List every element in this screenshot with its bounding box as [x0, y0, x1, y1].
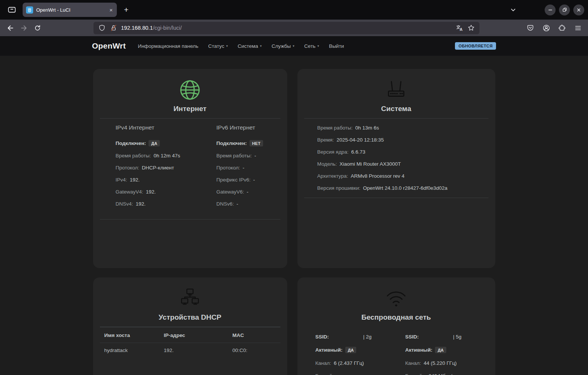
site-header: OpenWrt Информационная панельСтатус▾Сист… — [0, 36, 588, 56]
info-row: Битрейт:243 Мбит/с — [405, 373, 488, 375]
info-row: Канал:6 (2.437 ГГц) — [315, 360, 397, 366]
nav-item-label: Информационная панель — [138, 43, 199, 49]
tracking-protection-shield-icon[interactable] — [98, 24, 106, 32]
info-value: 6.6.73 — [351, 149, 366, 155]
nav-item-dashboard[interactable]: Информационная панель — [138, 43, 199, 49]
url-bar[interactable]: 192.168.80.1/cgi-bin/luci/ A — [93, 22, 479, 34]
close-icon — [576, 8, 581, 12]
polling-status-badge: ОБНОВЛЯЕТСЯ — [455, 42, 496, 50]
globe-icon — [100, 78, 280, 102]
card-title-wireless: Беспроводная сеть — [304, 313, 488, 322]
info-row: SSID:| 2g — [315, 334, 397, 340]
info-row: Модель:Xiaomi Mi Router AX3000T — [317, 161, 488, 167]
nav-item-label: Выйти — [329, 43, 344, 49]
nav-item-network[interactable]: Сеть▾ — [304, 43, 319, 49]
dashboard-cards: Интернет IPv4 ИнтернетПодключен:ДАВремя … — [93, 69, 495, 375]
info-label: Префикс IPv6: — [216, 177, 251, 183]
status-badge: ДА — [435, 347, 446, 353]
internet-column-ipv6: IPv6 ИнтернетПодключен:НЕТВремя работы:-… — [190, 119, 280, 213]
info-row: Активный:ДА — [315, 347, 397, 353]
back-button[interactable] — [5, 22, 16, 34]
info-row: GatewayV4:192. — [116, 189, 190, 195]
info-row: Подключен:ДА — [116, 140, 190, 146]
info-row: Подключен:НЕТ — [216, 140, 280, 146]
network-devices-icon — [100, 286, 280, 311]
info-label: SSID: — [315, 334, 329, 340]
nav-item-logout[interactable]: Выйти — [329, 43, 344, 49]
wifi-icon — [304, 286, 488, 311]
table-cell: hydrattack — [100, 343, 159, 358]
luci-page: OpenWrt Информационная панельСтатус▾Сист… — [0, 36, 588, 375]
info-label: Архитектура: — [317, 173, 348, 179]
nav-item-label: Службы — [271, 43, 291, 49]
info-value: ARMv8 Processor rev 4 — [351, 173, 404, 179]
close-button[interactable] — [573, 5, 584, 15]
info-value: DHCP-клиент — [142, 165, 174, 171]
info-label: Канал: — [405, 360, 421, 366]
sidebar-toggle-button[interactable] — [5, 3, 18, 16]
card-internet: Интернет IPv4 ИнтернетПодключен:ДАВремя … — [93, 69, 287, 268]
info-value: - — [254, 153, 256, 159]
nav-item-services[interactable]: Службы▾ — [271, 43, 294, 49]
status-badge: ДА — [149, 140, 160, 146]
new-tab-button[interactable]: + — [120, 3, 133, 16]
info-row: Время работы:- — [216, 153, 280, 159]
info-value: OpenWrt 24.10.0 r28427-6df0e3d02a — [363, 185, 447, 191]
card-title-internet: Интернет — [100, 105, 280, 113]
forward-button[interactable] — [18, 22, 29, 34]
info-label: Время работы: — [116, 153, 151, 159]
nav-item-label: Система — [237, 43, 258, 49]
info-label: SSID: — [405, 334, 419, 340]
openwrt-favicon-icon — [26, 6, 33, 14]
minimize-button[interactable] — [545, 5, 556, 15]
sidebar-toggle-icon — [8, 6, 16, 13]
bookmark-star-icon[interactable] — [467, 24, 475, 32]
browser-toolbar: 192.168.80.1/cgi-bin/luci/ A — [0, 20, 588, 36]
info-row: DNSv6:- — [216, 201, 280, 207]
extensions-button[interactable] — [556, 22, 568, 34]
url-text: 192.168.80.1/cgi-bin/luci/ — [121, 25, 182, 31]
chevron-down-icon: ▾ — [260, 44, 262, 48]
info-row: IPv4:192. — [116, 177, 190, 183]
info-label: DNSv6: — [216, 201, 234, 207]
table-row: hydrattack192.00:C0: — [100, 343, 280, 358]
info-label: Канал: — [315, 360, 331, 366]
account-button[interactable] — [541, 22, 552, 34]
tab-close-icon[interactable]: × — [109, 7, 113, 13]
list-all-tabs-button[interactable] — [507, 3, 519, 16]
nav-item-system[interactable]: Система▾ — [237, 43, 262, 49]
info-row: SSID:| 5g — [405, 334, 488, 340]
browser-window: OpenWrt - LuCI × + — [0, 0, 588, 375]
info-label: Модель: — [317, 161, 337, 167]
pocket-save-button[interactable] — [525, 22, 536, 34]
info-label: DNSv4: — [116, 201, 133, 207]
dhcp-column-header: IP-адрес — [159, 327, 228, 343]
dhcp-table: Имя хостаIP-адресMAC hydrattack192.00:C0… — [100, 327, 280, 357]
info-value: 0h 12m 47s — [153, 153, 180, 159]
nav-item-status[interactable]: Статус▾ — [208, 43, 228, 49]
menu-button[interactable] — [572, 22, 583, 34]
reload-button[interactable] — [32, 22, 43, 34]
info-label: Время: — [317, 137, 334, 143]
router-icon — [304, 78, 488, 102]
restore-button[interactable] — [559, 5, 570, 15]
info-value: Xiaomi Mi Router AX3000T — [340, 161, 401, 167]
info-label: GatewayV6: — [216, 189, 244, 195]
info-value: 192. — [136, 201, 145, 207]
dhcp-column-header: MAC — [228, 327, 280, 343]
extensions-puzzle-icon — [559, 24, 565, 31]
url-host: 192.168.80.1 — [121, 25, 153, 31]
reload-icon — [34, 25, 41, 31]
openwrt-logo[interactable]: OpenWrt — [92, 41, 126, 50]
main-nav: Информационная панельСтатус▾Система▾Служ… — [138, 43, 344, 49]
translate-page-icon[interactable]: A — [455, 24, 464, 32]
browser-tab[interactable]: OpenWrt - LuCI × — [23, 3, 117, 17]
status-badge: ДА — [345, 347, 357, 353]
insecure-connection-lock-icon[interactable] — [109, 24, 118, 32]
wireless-column-5g: SSID:| 5gАктивный:ДАКанал:44 (5.220 ГГц)… — [396, 327, 488, 375]
info-value: 243 Мбит/с — [429, 373, 455, 375]
dhcp-column-header: Имя хоста — [100, 327, 159, 343]
info-row: Версия ядра:6.6.73 — [317, 149, 488, 155]
table-cell: 192. — [159, 343, 228, 358]
info-label: Битрейт: — [405, 373, 426, 375]
